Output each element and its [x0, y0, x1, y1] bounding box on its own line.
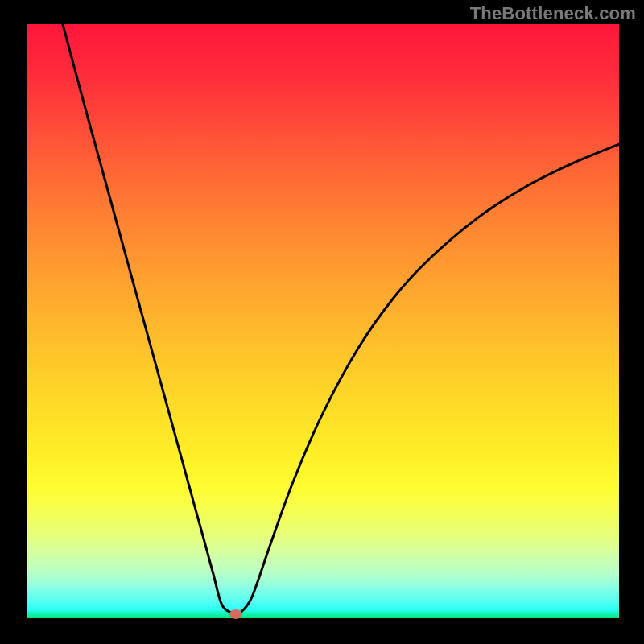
watermark-text: TheBottleneck.com	[470, 3, 636, 24]
plot-area	[27, 24, 619, 618]
optimum-marker	[229, 609, 242, 619]
bottleneck-curve	[27, 24, 619, 618]
chart-frame: TheBottleneck.com	[0, 0, 644, 644]
